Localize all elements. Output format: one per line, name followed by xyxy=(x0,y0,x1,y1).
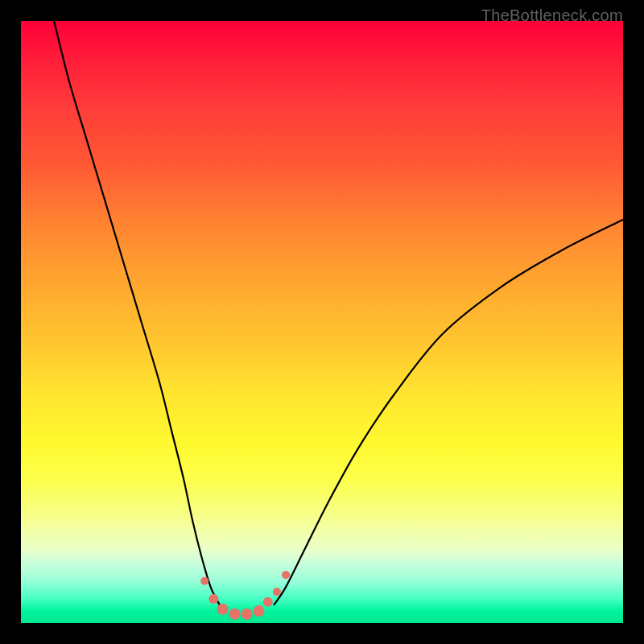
marker-dot xyxy=(208,594,218,604)
curve-right xyxy=(274,220,623,605)
chart-svg xyxy=(21,21,623,623)
curve-left xyxy=(54,21,220,605)
marker-dot xyxy=(263,597,273,607)
marker-dot xyxy=(253,605,264,617)
marker-dot xyxy=(242,609,253,620)
marker-dot xyxy=(200,577,208,585)
marker-dot xyxy=(273,588,281,596)
chart-frame xyxy=(21,21,623,623)
marker-group xyxy=(200,571,290,620)
marker-dot xyxy=(229,609,241,620)
marker-dot xyxy=(282,571,290,579)
marker-dot xyxy=(217,604,229,615)
